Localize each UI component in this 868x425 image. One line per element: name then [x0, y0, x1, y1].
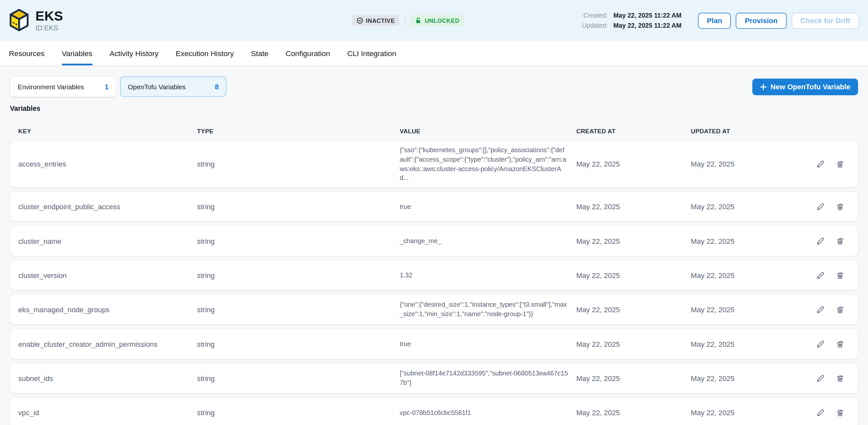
variable-key: vpc_id	[18, 408, 197, 417]
trash-icon	[835, 236, 845, 246]
delete-variable-button[interactable]	[835, 339, 845, 349]
plus-icon	[760, 84, 766, 90]
tab-bar: ResourcesVariablesActivity HistoryExecut…	[0, 41, 868, 66]
status-badges: INACTIVE UNLOCKED	[352, 0, 464, 41]
delete-variable-button[interactable]	[835, 159, 845, 169]
variable-value: 1.32	[400, 271, 577, 280]
row-actions	[785, 159, 844, 169]
edit-variable-button[interactable]	[816, 236, 825, 246]
new-opentofu-variable-button[interactable]: New OpenTofu Variable	[752, 78, 858, 95]
variables-page: Environment Variables 1 OpenTofu Variabl…	[0, 76, 868, 425]
edit-variable-button[interactable]	[816, 339, 825, 349]
variable-created-at: May 22, 2025	[577, 305, 691, 313]
variable-created-at: May 22, 2025	[577, 203, 691, 211]
brand: EKS ID:EKS	[9, 8, 63, 33]
delete-variable-button[interactable]	[835, 305, 845, 314]
minus-circle-icon	[356, 17, 363, 24]
page-title: EKS	[35, 9, 63, 23]
plan-button[interactable]: Plan	[698, 12, 731, 28]
pencil-icon	[816, 271, 825, 280]
variable-created-at: May 22, 2025	[577, 271, 691, 279]
row-actions	[785, 271, 844, 280]
variable-key: cluster_version	[18, 271, 197, 279]
delete-variable-button[interactable]	[835, 373, 845, 383]
variable-updated-at: May 22, 2025	[691, 203, 785, 211]
app: EKS ID:EKS INACTIVE UNLOCKED	[0, 0, 868, 425]
environment-variables-count: 1	[104, 83, 108, 91]
trash-icon	[835, 159, 845, 169]
variable-value: vpc-078b51c6cbc5581f1	[400, 408, 577, 418]
row-actions	[785, 408, 844, 418]
variable-updated-at: May 22, 2025	[691, 374, 785, 382]
delete-variable-button[interactable]	[835, 236, 845, 246]
row-actions	[785, 305, 844, 314]
edit-variable-button[interactable]	[816, 408, 825, 418]
tab-variables[interactable]: Variables	[62, 41, 92, 65]
table-row: eks_managed_node_groups string {"one":{"…	[10, 295, 858, 325]
tab-state[interactable]: State	[251, 41, 269, 65]
variable-updated-at: May 22, 2025	[691, 408, 785, 417]
timestamps: Created: May 22, 2025 11:22 AM Updated: …	[582, 12, 681, 29]
variable-value: _change_me_	[400, 236, 577, 246]
variable-key: access_entries	[18, 160, 197, 168]
lock-status-badge: UNLOCKED	[411, 15, 464, 26]
table-row: subnet_ids string ["subnet-08f14e7142d33…	[10, 363, 858, 393]
edit-variable-button[interactable]	[816, 202, 825, 212]
tab-cli-integration[interactable]: CLI Integration	[347, 41, 396, 65]
variable-created-at: May 22, 2025	[577, 374, 691, 382]
row-actions	[785, 236, 844, 246]
check-for-drift-button[interactable]: Check for Drift	[792, 12, 859, 28]
edit-variable-button[interactable]	[816, 271, 825, 280]
variable-updated-at: May 22, 2025	[691, 237, 785, 245]
pencil-icon	[816, 339, 825, 349]
variables-table: access_entries string {"sso":{"kubernete…	[10, 141, 858, 425]
header-actions: Plan Provision Check for Drift	[698, 12, 859, 28]
edit-variable-button[interactable]	[816, 373, 825, 383]
variable-type: string	[197, 237, 400, 245]
provision-button[interactable]: Provision	[736, 12, 786, 28]
tab-execution-history[interactable]: Execution History	[176, 41, 234, 65]
tab-activity-history[interactable]: Activity History	[110, 41, 158, 65]
created-value: May 22, 2025 11:22 AM	[611, 12, 682, 19]
pencil-icon	[816, 373, 825, 383]
subtab-environment-variables[interactable]: Environment Variables 1	[10, 76, 116, 97]
pencil-icon	[816, 159, 825, 169]
trash-icon	[835, 305, 845, 314]
badge-divider	[405, 16, 405, 26]
column-header-updated-at: UPDATED AT	[691, 128, 785, 134]
variable-key: cluster_endpoint_public_access	[18, 203, 197, 211]
variable-updated-at: May 22, 2025	[691, 340, 785, 348]
pencil-icon	[816, 236, 825, 246]
edit-variable-button[interactable]	[816, 305, 825, 314]
pencil-icon	[816, 408, 825, 418]
variable-type: string	[197, 340, 400, 348]
subtab-opentofu-variables[interactable]: OpenTofu Variables 8	[120, 76, 226, 97]
delete-variable-button[interactable]	[835, 202, 845, 212]
variable-type: string	[197, 408, 400, 417]
column-header-type: TYPE	[197, 128, 400, 134]
updated-value: May 22, 2025 11:22 AM	[611, 22, 682, 29]
tab-resources[interactable]: Resources	[9, 41, 44, 65]
variable-value: {"sso":{"kubernetes_groups":[],"policy_a…	[400, 146, 577, 183]
variable-type: string	[197, 160, 400, 168]
brand-text: EKS ID:EKS	[35, 9, 63, 32]
row-actions	[785, 202, 844, 212]
variable-key: enable_cluster_creator_admin_permissions	[18, 340, 197, 348]
trash-icon	[835, 339, 845, 349]
column-header-created-at: CREATED AT	[577, 128, 691, 134]
variable-created-at: May 22, 2025	[577, 160, 691, 168]
column-header-key: KEY	[18, 128, 197, 134]
delete-variable-button[interactable]	[835, 408, 845, 418]
edit-variable-button[interactable]	[816, 159, 825, 169]
table-row: cluster_endpoint_public_access string tr…	[10, 192, 858, 222]
row-actions	[785, 373, 844, 383]
column-header-value: VALUE	[400, 128, 577, 134]
variable-value: true	[400, 202, 577, 212]
environment-id: ID:EKS	[35, 25, 63, 32]
delete-variable-button[interactable]	[835, 271, 845, 280]
variable-type: string	[197, 305, 400, 313]
tab-configuration[interactable]: Configuration	[286, 41, 330, 65]
table-row: cluster_version string 1.32 May 22, 2025…	[10, 261, 858, 291]
variable-created-at: May 22, 2025	[577, 408, 691, 417]
created-label: Created:	[582, 12, 608, 19]
